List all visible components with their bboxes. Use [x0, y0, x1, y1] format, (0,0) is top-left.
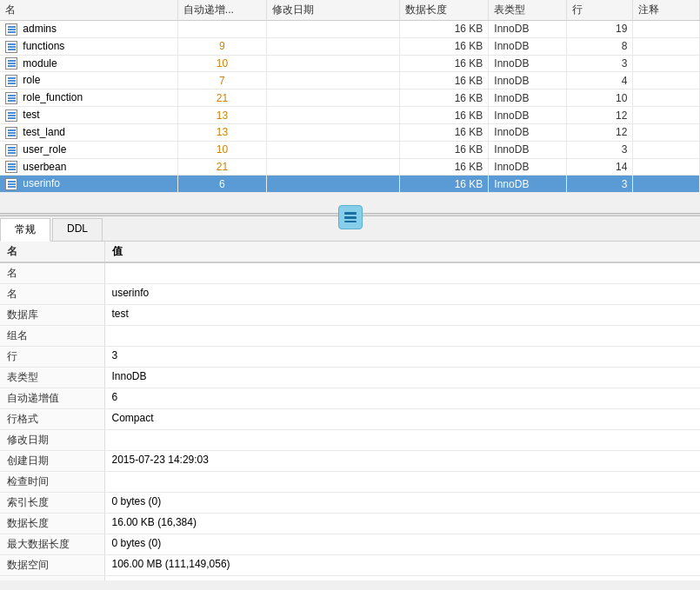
prop-label: 自动递增值 [0, 388, 104, 409]
comment-cell [633, 123, 700, 141]
prop-row: 检查时间 [0, 472, 700, 493]
size-cell: 16 KB [400, 123, 489, 141]
prop-value: latin1_swedish_ci [104, 576, 700, 581]
table-row[interactable]: test 13 16 KB InnoDB 12 [0, 107, 700, 124]
comment-cell [633, 21, 700, 38]
rows-cell: 3 [566, 55, 633, 72]
table-row[interactable]: module 10 16 KB InnoDB 3 [0, 55, 700, 72]
auto-inc-cell: 13 [177, 123, 266, 141]
prop-row: 数据空间 106.00 MB (111,149,056) [0, 555, 700, 576]
prop-value: Compact [104, 409, 700, 430]
prop-value: 106.00 MB (111,149,056) [104, 555, 700, 576]
svg-rect-2 [344, 221, 357, 222]
comment-cell [633, 72, 700, 89]
rows-cell: 3 [566, 176, 633, 193]
prop-row: 索引长度 0 bytes (0) [0, 493, 700, 514]
date-cell [266, 37, 399, 55]
rows-cell: 8 [566, 37, 633, 55]
comment-cell [633, 37, 700, 55]
rows-cell: 12 [566, 107, 633, 124]
col-header-date: 修改日期 [266, 0, 399, 21]
table-row[interactable]: functions 9 16 KB InnoDB 8 [0, 37, 700, 55]
date-cell [266, 21, 399, 38]
engine-cell: InnoDB [489, 72, 566, 89]
table-name: role_function [23, 91, 83, 103]
prop-label: 数据库 [0, 305, 104, 326]
table-icon [5, 144, 17, 156]
prop-label: 修改日期 [0, 430, 104, 451]
table-icon [5, 178, 17, 190]
comment-cell [633, 176, 700, 193]
size-cell: 16 KB [400, 72, 489, 89]
table-row[interactable]: admins 16 KB InnoDB 19 [0, 21, 700, 38]
engine-cell: InnoDB [489, 55, 566, 72]
tab-ddl[interactable]: DDL [52, 218, 103, 241]
prop-row: 最大数据长度 0 bytes (0) [0, 534, 700, 555]
rows-cell: 14 [566, 158, 633, 176]
auto-inc-cell: 10 [177, 141, 266, 158]
prop-value: InnoDB [104, 368, 700, 388]
date-cell [266, 107, 399, 124]
table-icon [5, 92, 17, 104]
prop-label: 检查时间 [0, 472, 104, 493]
table-name: user_role [23, 143, 66, 156]
date-cell [266, 176, 399, 193]
table-row[interactable]: test_land 13 16 KB InnoDB 12 [0, 123, 700, 141]
date-cell [266, 72, 399, 89]
prop-row: 数据长度 16.00 KB (16,384) [0, 514, 700, 534]
splitter[interactable] [0, 213, 700, 216]
table-row[interactable]: role_function 21 16 KB InnoDB 10 [0, 89, 700, 107]
prop-row: 自动递增值 6 [0, 388, 700, 409]
size-cell: 16 KB [400, 89, 489, 107]
rows-cell: 4 [566, 72, 633, 89]
table-row[interactable]: userinfo 6 16 KB InnoDB 3 [0, 176, 700, 193]
size-cell: 16 KB [400, 107, 489, 124]
date-cell [266, 141, 399, 158]
prop-value [104, 430, 700, 451]
table-row[interactable]: role 7 16 KB InnoDB 4 [0, 72, 700, 89]
prop-row: 修改日期 [0, 430, 700, 451]
date-cell [266, 55, 399, 72]
table-name: test [23, 109, 39, 121]
prop-row: 创建日期 2015-07-23 14:29:03 [0, 451, 700, 472]
prop-label: 表类型 [0, 368, 104, 388]
col-header-name: 名 [0, 0, 177, 21]
table-icon [5, 23, 17, 36]
rows-cell: 10 [566, 89, 633, 107]
rows-cell: 12 [566, 123, 633, 141]
top-section: 名 自动递增... 修改日期 数据长度 表类型 行 注释 admins 16 K… [0, 0, 700, 213]
prop-value: 0 bytes (0) [104, 493, 700, 514]
comment-cell [633, 107, 700, 124]
engine-cell: InnoDB [489, 37, 566, 55]
prop-row: 名 userinfo [0, 284, 700, 305]
tables-list: 名 自动递增... 修改日期 数据长度 表类型 行 注释 admins 16 K… [0, 0, 700, 193]
table-name: userinfo [23, 177, 60, 189]
size-cell: 16 KB [400, 176, 489, 193]
props-col1-header: 名 [0, 242, 104, 262]
prop-label: 数据长度 [0, 514, 104, 534]
table-name: userbean [23, 161, 66, 173]
table-row[interactable]: userbean 21 16 KB InnoDB 14 [0, 158, 700, 176]
prop-label: 行格式 [0, 409, 104, 430]
prop-row: 数据库 test [0, 305, 700, 326]
rows-cell: 19 [566, 21, 633, 38]
table-name: test_land [23, 126, 65, 138]
prop-label: 索引长度 [0, 493, 104, 514]
auto-inc-cell [177, 21, 266, 38]
date-cell [266, 123, 399, 141]
svg-rect-0 [344, 212, 357, 215]
prop-label: 组名 [0, 326, 104, 347]
splitter-icon[interactable] [338, 205, 363, 229]
auto-inc-cell: 13 [177, 107, 266, 124]
table-icon [5, 161, 17, 173]
auto-inc-cell: 21 [177, 89, 266, 107]
tab-general[interactable]: 常规 [0, 218, 50, 242]
table-row[interactable]: user_role 10 16 KB InnoDB 3 [0, 141, 700, 158]
table-icon [5, 109, 17, 122]
auto-inc-cell: 10 [177, 55, 266, 72]
prop-value: 0 bytes (0) [104, 534, 700, 555]
col-header-rows: 行 [566, 0, 633, 21]
props-scroll[interactable]: 名 值 名 名 userinfo 数据库 test 组名 行 3 表类型 Inn… [0, 242, 700, 580]
date-cell [266, 158, 399, 176]
rows-cell: 3 [566, 141, 633, 158]
